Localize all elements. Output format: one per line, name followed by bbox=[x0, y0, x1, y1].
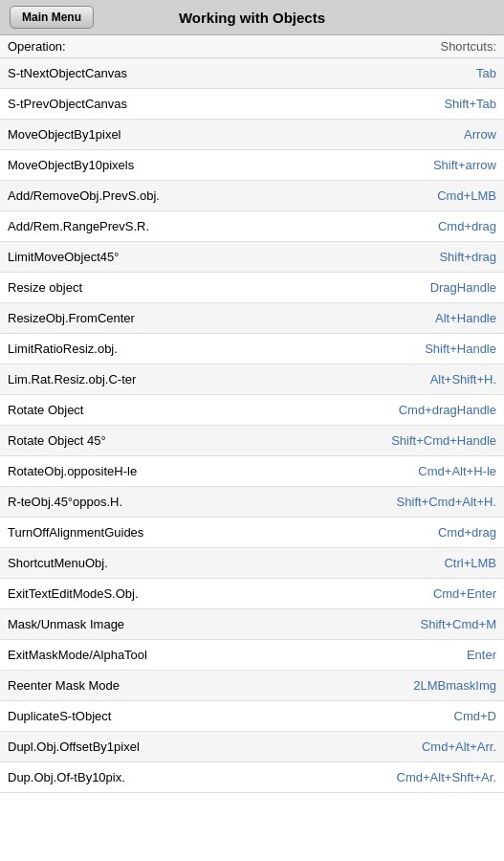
operation-label: LimitRatioResiz.obj. bbox=[8, 342, 118, 356]
shortcuts-column-header: Shortcuts: bbox=[440, 39, 496, 54]
operation-label: Dup.Obj.Of-tBy10pix. bbox=[8, 770, 125, 784]
operation-label: MoveObjectBy10pixels bbox=[8, 158, 134, 172]
table-row: MoveObjectBy1pixelArrow bbox=[0, 120, 504, 150]
operation-label: ShortcutMenuObj. bbox=[8, 556, 108, 570]
operation-label: TurnOffAlignmentGuides bbox=[8, 525, 143, 540]
shortcut-label: Shift+arrow bbox=[433, 158, 496, 172]
table-row: Lim.Rat.Resiz.obj.C-terAlt+Shift+H. bbox=[0, 364, 504, 395]
main-menu-button[interactable]: Main Menu bbox=[10, 6, 94, 29]
shortcut-label: Cmd+dragHandle bbox=[399, 403, 496, 417]
shortcut-label: Cmd+Alt+Shft+Ar. bbox=[397, 770, 496, 784]
shortcut-label: Cmd+LMB bbox=[437, 188, 496, 203]
operation-label: RotateObj.oppositeH-le bbox=[8, 464, 137, 478]
page-title: Working with Objects bbox=[179, 10, 325, 26]
operation-label: R-teObj.45°oppos.H. bbox=[8, 495, 122, 509]
operation-label: S-tPrevObjectCanvas bbox=[8, 97, 127, 111]
operation-label: MoveObjectBy1pixel bbox=[8, 127, 121, 142]
operation-label: Lim.Rat.Resiz.obj.C-ter bbox=[8, 372, 136, 386]
table-row: ShortcutMenuObj.Ctrl+LMB bbox=[0, 548, 504, 579]
operation-label: Reenter Mask Mode bbox=[8, 678, 120, 693]
table-row: TurnOffAlignmentGuidesCmd+drag bbox=[0, 518, 504, 548]
shortcut-label: Shift+Handle bbox=[425, 342, 496, 356]
shortcut-label: Alt+Handle bbox=[435, 311, 496, 325]
shortcut-label: Enter bbox=[467, 648, 496, 662]
shortcut-label: 2LMBmaskImg bbox=[413, 678, 496, 693]
operation-label: Add/Rem.RangePrevS.R. bbox=[8, 219, 149, 233]
operation-label: LimitMoveObject45° bbox=[8, 250, 119, 264]
table-row: Dup.Obj.Of-tBy10pix.Cmd+Alt+Shft+Ar. bbox=[0, 762, 504, 793]
table-row: Add/RemoveObj.PrevS.obj.Cmd+LMB bbox=[0, 181, 504, 211]
operation-label: DuplicateS-tObject bbox=[8, 709, 111, 723]
operation-column-header: Operation: bbox=[8, 39, 66, 54]
operation-label: ExitMaskMode/AlphaTool bbox=[8, 648, 147, 662]
table-row: S-tNextObjectCanvasTab bbox=[0, 58, 504, 89]
shortcut-label: Cmd+Alt+Arr. bbox=[422, 740, 496, 754]
table-row: LimitMoveObject45°Shift+drag bbox=[0, 242, 504, 273]
operation-label: Dupl.Obj.OffsetBy1pixel bbox=[8, 740, 140, 754]
shortcut-label: Cmd+drag bbox=[438, 525, 496, 540]
shortcut-label: Shift+Cmd+M bbox=[421, 617, 496, 631]
table-row: Reenter Mask Mode2LMBmaskImg bbox=[0, 671, 504, 701]
shortcut-label: Cmd+Enter bbox=[433, 586, 496, 601]
shortcut-label: Arrow bbox=[464, 127, 496, 142]
table-row: RotateObj.oppositeH-leCmd+Alt+H-le bbox=[0, 456, 504, 487]
table-row: S-tPrevObjectCanvasShift+Tab bbox=[0, 89, 504, 120]
operation-label: Rotate Object 45° bbox=[8, 433, 106, 448]
operation-label: ResizeObj.FromCenter bbox=[8, 311, 135, 325]
shortcut-label: Shift+Cmd+Alt+H. bbox=[397, 495, 496, 509]
shortcut-label: Shift+Cmd+Handle bbox=[391, 433, 496, 448]
rows-container: S-tNextObjectCanvasTabS-tPrevObjectCanva… bbox=[0, 58, 504, 793]
table-row: ExitMaskMode/AlphaToolEnter bbox=[0, 640, 504, 671]
operation-label: S-tNextObjectCanvas bbox=[8, 66, 127, 80]
column-headers: Operation: Shortcuts: bbox=[0, 35, 504, 58]
operation-label: ExitTextEditModeS.Obj. bbox=[8, 586, 139, 601]
shortcut-label: Shift+Tab bbox=[444, 97, 496, 111]
table-row: Dupl.Obj.OffsetBy1pixelCmd+Alt+Arr. bbox=[0, 732, 504, 762]
shortcut-label: DragHandle bbox=[430, 280, 496, 295]
operation-label: Add/RemoveObj.PrevS.obj. bbox=[8, 188, 160, 203]
shortcut-label: Cmd+Alt+H-le bbox=[418, 464, 496, 478]
shortcut-label: Ctrl+LMB bbox=[444, 556, 496, 570]
table-row: Rotate ObjectCmd+dragHandle bbox=[0, 395, 504, 426]
shortcut-label: Cmd+D bbox=[454, 709, 496, 723]
table-row: LimitRatioResiz.obj.Shift+Handle bbox=[0, 334, 504, 364]
operation-label: Resize object bbox=[8, 280, 82, 295]
table-row: MoveObjectBy10pixelsShift+arrow bbox=[0, 150, 504, 181]
table-row: ResizeObj.FromCenterAlt+Handle bbox=[0, 303, 504, 334]
header: Main Menu Working with Objects bbox=[0, 0, 504, 35]
table-row: R-teObj.45°oppos.H.Shift+Cmd+Alt+H. bbox=[0, 487, 504, 518]
table-row: Resize objectDragHandle bbox=[0, 273, 504, 303]
operation-label: Rotate Object bbox=[8, 403, 84, 417]
table-row: Mask/Unmask ImageShift+Cmd+M bbox=[0, 609, 504, 640]
shortcut-label: Tab bbox=[476, 66, 496, 80]
table-row: DuplicateS-tObjectCmd+D bbox=[0, 701, 504, 732]
shortcut-label: Shift+drag bbox=[439, 250, 496, 264]
shortcut-label: Cmd+drag bbox=[438, 219, 496, 233]
shortcut-label: Alt+Shift+H. bbox=[430, 372, 496, 386]
operation-label: Mask/Unmask Image bbox=[8, 617, 124, 631]
table-row: ExitTextEditModeS.Obj.Cmd+Enter bbox=[0, 579, 504, 609]
table-row: Add/Rem.RangePrevS.R.Cmd+drag bbox=[0, 211, 504, 242]
table-row: Rotate Object 45°Shift+Cmd+Handle bbox=[0, 426, 504, 456]
